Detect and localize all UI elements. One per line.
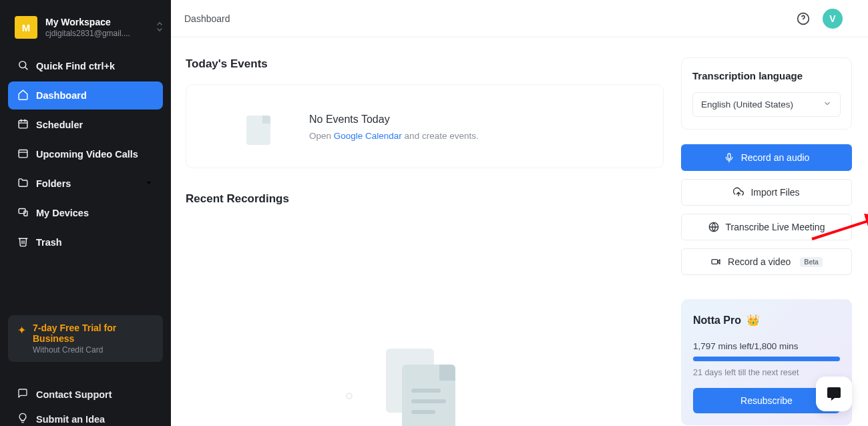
trash-icon [17,236,29,249]
sidebar-item-quickfind[interactable]: Quick Find ctrl+k [8,52,163,80]
workspace-avatar: M [15,16,37,39]
language-value: English (United States) [701,99,793,110]
svg-rect-23 [712,260,718,264]
sidebar-item-folders[interactable]: Folders [8,170,163,198]
sidebar-item-upcoming[interactable]: Upcoming Video Calls [8,140,163,168]
beta-badge: Beta [800,257,823,267]
chat-icon [17,388,28,401]
sidebar-item-dashboard[interactable]: Dashboard [8,81,163,110]
transcription-language-panel: Transcription language English (United S… [681,57,852,130]
sidebar-item-label: My Devices [36,208,89,218]
sidebar-item-contact-support[interactable]: Contact Support [8,382,163,407]
events-card: No Events Today Open Google Calendar and… [186,84,664,168]
events-empty-sub: Open Google Calendar and create events. [309,131,479,141]
lightbulb-icon [17,413,28,425]
pro-reset-text: 21 days left till the next reset [693,368,840,377]
folder-icon [17,177,29,190]
svg-rect-6 [19,150,27,158]
empty-events-illustration [233,106,276,148]
events-empty-title: No Events Today [309,114,479,126]
topbar: Dashboard V [171,0,868,37]
events-heading: Today's Events [186,57,664,71]
transcription-language-select[interactable]: English (United States) [692,92,841,117]
sidebar-item-label: Quick Find ctrl+k [36,61,115,71]
svg-line-1 [25,67,27,69]
devices-icon [17,206,29,220]
microphone-icon [724,152,734,163]
chevron-up-down-icon [156,21,163,34]
import-files-button[interactable]: Import Files [681,179,852,206]
pro-usage-bar [693,357,840,361]
upload-cloud-icon [733,187,744,198]
transcription-language-label: Transcription language [692,70,841,81]
sidebar: M My Workspace cjdigitals2831@gmail.... … [0,0,171,426]
chat-widget-button[interactable] [816,377,852,411]
help-button[interactable] [796,11,811,26]
recordings-empty-state [186,219,664,426]
sidebar-item-devices[interactable]: My Devices [8,199,163,227]
svg-rect-20 [728,154,730,159]
pro-title: Notta Pro [693,314,741,327]
sparkle-icon: ✦ [17,324,26,355]
chevron-down-icon[interactable] [144,178,154,190]
page-title: Dashboard [184,13,230,24]
sidebar-item-label: Folders [36,178,71,189]
search-icon [17,59,29,73]
sidebar-item-trash[interactable]: Trash [8,228,163,256]
workspace-name: My Workspace [45,17,156,27]
pro-minutes: 1,797 mins left/1,800 mins [693,341,840,351]
google-calendar-link[interactable]: Google Calendar [334,131,402,141]
trial-sub: Without Credit Card [33,345,154,355]
sidebar-item-label: Dashboard [36,90,87,101]
sidebar-item-submit-idea[interactable]: Submit an Idea [8,407,163,426]
globe-icon [708,222,719,232]
workspace-email: cjdigitals2831@gmail.... [45,29,156,38]
svg-point-0 [19,61,26,68]
video-icon [710,256,721,267]
video-calendar-icon [17,148,29,161]
sidebar-item-label: Scheduler [36,120,83,130]
plus-icon[interactable] [144,208,154,219]
record-audio-button[interactable]: Record an audio [681,144,852,171]
user-avatar[interactable]: V [823,9,843,29]
record-video-button[interactable]: Record a video Beta [681,248,852,275]
transcribe-meeting-button[interactable]: Transcribe Live Meeting [681,214,852,240]
home-icon [17,89,29,102]
sidebar-item-label: Trash [36,237,62,248]
trial-title: 7-day Free Trial for Business [33,323,154,344]
recordings-heading: Recent Recordings [186,192,664,206]
sidebar-item-label: Upcoming Video Calls [36,149,138,160]
plus-icon[interactable] [130,178,139,190]
crown-icon: 👑 [746,314,760,327]
workspace-switcher[interactable]: M My Workspace cjdigitals2831@gmail.... [0,0,171,52]
free-trial-card[interactable]: ✦ 7-day Free Trial for Business Without … [8,315,163,362]
chevron-down-icon [823,99,832,110]
calendar-icon [17,118,29,132]
sidebar-item-scheduler[interactable]: Scheduler [8,111,163,139]
svg-rect-2 [19,121,27,128]
